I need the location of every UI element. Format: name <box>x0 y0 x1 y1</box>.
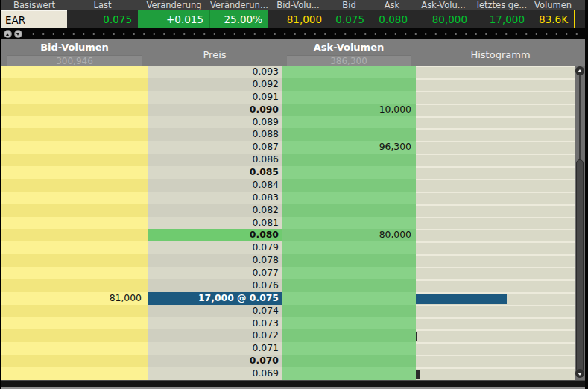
ask-cell[interactable]: 0.080 <box>370 10 414 28</box>
ladder-price-cell[interactable]: 0.084 <box>148 179 282 192</box>
ladder-bid-cell[interactable] <box>1 241 148 254</box>
ladder-ask-cell[interactable] <box>282 154 416 166</box>
ladder-price-cell[interactable]: 0.087 <box>148 141 282 154</box>
ladder-bid-cell[interactable] <box>1 305 148 317</box>
col-header-bid[interactable]: Bid <box>328 0 370 10</box>
ladder-bid-cell[interactable] <box>1 254 148 267</box>
ladder-ask-cell[interactable] <box>282 66 416 78</box>
ladder-ask-cell[interactable] <box>282 192 416 204</box>
ladder-bid-cell[interactable] <box>1 267 148 279</box>
ladder-bid-cell[interactable]: 81,000 <box>1 292 148 305</box>
col-header-last-size[interactable]: letztes ge... <box>473 0 531 10</box>
ladder-bid-cell[interactable] <box>1 367 148 380</box>
ladder-price-cell[interactable]: 0.078 <box>148 254 282 267</box>
ladder-ask-cell[interactable] <box>282 128 416 141</box>
symbol-cell[interactable]: EAR <box>1 10 67 28</box>
col-header-ask[interactable]: Ask <box>370 0 414 10</box>
ask-volume-column-header[interactable]: Ask-Volumen 386,300 <box>282 39 416 66</box>
ladder-ask-cell[interactable]: 80,000 <box>282 229 416 241</box>
ladder-bid-cell[interactable] <box>1 78 148 91</box>
ladder-ask-cell[interactable] <box>282 179 416 192</box>
ladder-price-cell[interactable]: 17,000 @ 0.075 <box>148 292 282 305</box>
bid-volume-column-header[interactable]: Bid-Volumen 300,946 <box>1 39 148 66</box>
ladder-price-cell[interactable]: 0.079 <box>148 241 282 254</box>
last-size-cell[interactable]: 17,000 <box>473 10 531 28</box>
ladder-price-cell[interactable]: 0.069 <box>148 367 282 380</box>
ladder-ask-cell[interactable]: 10,000 <box>282 104 416 116</box>
col-header-change[interactable]: Veränderung <box>138 0 210 10</box>
ladder-price-cell[interactable]: 0.088 <box>148 128 282 141</box>
ladder-price-cell[interactable]: 0.080 <box>148 229 282 241</box>
ladder-price-cell[interactable]: 0.074 <box>148 305 282 317</box>
price-column-header[interactable]: Preis <box>148 39 282 66</box>
change-cell[interactable]: +0.015 <box>138 10 210 28</box>
ladder-ask-cell[interactable] <box>282 367 416 380</box>
ladder-price-cell[interactable]: 0.089 <box>148 116 282 129</box>
ladder-price-cell[interactable]: 0.083 <box>148 192 282 204</box>
ladder-ask-cell[interactable] <box>282 267 416 279</box>
ladder-price-cell[interactable]: 0.093 <box>148 66 282 78</box>
ladder-price-cell[interactable]: 0.071 <box>148 342 282 355</box>
ladder-ask-cell[interactable] <box>282 204 416 217</box>
ladder-bid-cell[interactable] <box>1 279 148 292</box>
col-header-change-pct[interactable]: Veränderun... <box>210 0 268 10</box>
ladder-price-cell[interactable]: 0.076 <box>148 279 282 292</box>
col-header-basiswert[interactable]: Basiswert <box>1 0 67 10</box>
ladder-bid-cell[interactable] <box>1 179 148 192</box>
ladder-price-cell[interactable]: 0.081 <box>148 217 282 230</box>
col-header-volume[interactable]: Volumen <box>531 0 575 10</box>
ladder-bid-cell[interactable] <box>1 128 148 141</box>
ladder-bid-cell[interactable] <box>1 116 148 129</box>
ladder-ask-cell[interactable] <box>282 91 416 104</box>
ladder-price-cell[interactable]: 0.077 <box>148 267 282 279</box>
ladder-bid-cell[interactable] <box>1 204 148 217</box>
ladder-ask-cell[interactable] <box>282 166 416 179</box>
scroll-down-button[interactable] <box>575 369 584 378</box>
last-price-cell[interactable]: 0.075 <box>67 10 138 28</box>
ladder-price-cell[interactable]: 0.070 <box>148 355 282 367</box>
ask-volume-cell[interactable]: 80,000 <box>414 10 473 28</box>
ladder-bid-cell[interactable] <box>1 192 148 204</box>
ladder-bid-cell[interactable] <box>1 217 148 230</box>
ladder-bid-cell[interactable] <box>1 104 148 116</box>
bid-volume-cell[interactable]: 81,000 <box>268 10 328 28</box>
ladder-bid-cell[interactable] <box>1 166 148 179</box>
ladder-price-cell[interactable]: 0.072 <box>148 329 282 342</box>
ladder-ask-cell[interactable] <box>282 292 416 305</box>
ladder-bid-cell[interactable] <box>1 329 148 342</box>
change-pct-cell[interactable]: 25.00% <box>210 10 268 28</box>
ladder-price-cell[interactable]: 0.085 <box>148 166 282 179</box>
ladder-ask-cell[interactable] <box>282 241 416 254</box>
ladder-ask-cell[interactable] <box>282 279 416 292</box>
bid-cell[interactable]: 0.075 <box>328 10 370 28</box>
ladder-price-cell[interactable]: 0.073 <box>148 317 282 330</box>
ladder-bid-cell[interactable] <box>1 229 148 241</box>
ladder-ask-cell[interactable] <box>282 217 416 230</box>
ladder-price-cell[interactable]: 0.090 <box>148 104 282 116</box>
ladder-bid-cell[interactable] <box>1 355 148 367</box>
histogram-column-header[interactable]: Histogramm <box>416 39 585 66</box>
ladder-ask-cell[interactable] <box>282 329 416 342</box>
ladder-price-cell[interactable]: 0.086 <box>148 154 282 166</box>
arrow-up-button[interactable] <box>4 30 12 38</box>
ladder-ask-cell[interactable] <box>282 254 416 267</box>
ladder-ask-cell[interactable] <box>282 317 416 330</box>
ladder-ask-cell[interactable] <box>282 355 416 367</box>
scroll-up-button[interactable] <box>575 66 584 75</box>
ladder-bid-cell[interactable] <box>1 154 148 166</box>
volume-cell[interactable]: 83.6K <box>531 10 575 28</box>
ladder-ask-cell[interactable]: 96,300 <box>282 141 416 154</box>
scrollbar-track[interactable] <box>575 66 585 380</box>
ladder-bid-cell[interactable] <box>1 141 148 154</box>
ladder-ask-cell[interactable] <box>282 342 416 355</box>
ladder-ask-cell[interactable] <box>282 305 416 317</box>
ladder-price-cell[interactable]: 0.082 <box>148 204 282 217</box>
arrow-down-button[interactable] <box>14 30 22 38</box>
col-header-bid-volume[interactable]: Bid-Volu... <box>268 0 328 10</box>
ladder-ask-cell[interactable] <box>282 116 416 129</box>
scrollbar-thumb[interactable] <box>576 159 584 373</box>
ladder-bid-cell[interactable] <box>1 342 148 355</box>
ladder-price-cell[interactable]: 0.091 <box>148 91 282 104</box>
col-header-ask-volume[interactable]: Ask-Volu... <box>414 0 473 10</box>
ladder-bid-cell[interactable] <box>1 91 148 104</box>
